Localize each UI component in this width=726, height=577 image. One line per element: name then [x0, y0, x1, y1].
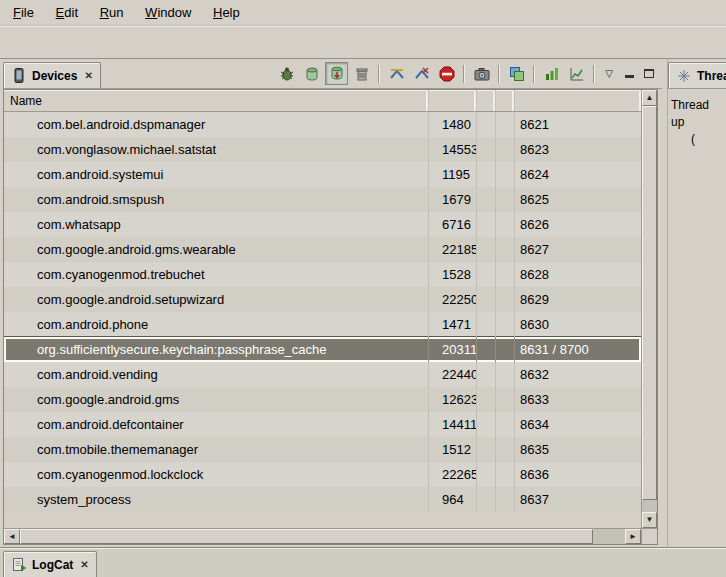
debug-icon — [279, 66, 295, 82]
cell-spacer-1 — [477, 187, 496, 212]
view-menu-button[interactable]: ▽ — [600, 65, 618, 83]
debug-process-button[interactable] — [275, 62, 298, 85]
arrow-up-icon: ▲ — [646, 94, 654, 102]
cell-pid: 1195 — [429, 162, 477, 187]
column-header-port[interactable] — [515, 90, 641, 111]
cell-spacer-2 — [496, 487, 515, 512]
table-row[interactable]: com.cyanogenmod.lockclock 22265 8636 — [4, 462, 641, 487]
cell-spacer-1 — [477, 312, 496, 337]
table-row[interactable]: com.android.vending 22440 8632 — [4, 362, 641, 387]
vertical-scrollbar-track[interactable] — [642, 500, 657, 512]
bar-chart-icon — [544, 66, 560, 82]
system-stats-button[interactable] — [565, 62, 588, 85]
device-table-body: com.bel.android.dspmanager 1480 8621 com… — [4, 112, 641, 528]
cell-process-name: com.google.android.gms.wearable — [4, 237, 429, 262]
screen-capture-button[interactable] — [470, 62, 493, 85]
table-row[interactable]: system_process 964 8637 — [4, 487, 641, 512]
stop-process-button[interactable] — [435, 62, 458, 85]
column-header-pid[interactable] — [429, 90, 477, 111]
table-row[interactable]: com.google.android.gms.wearable 22185 86… — [4, 237, 641, 262]
device-table-columns: Name com.bel.android.dspmanager 1480 862… — [4, 90, 641, 528]
cell-pid: 22265 — [429, 462, 477, 487]
menu-edit[interactable]: Edit — [47, 0, 87, 25]
cause-gc-button[interactable] — [350, 62, 373, 85]
logcat-icon — [11, 557, 27, 573]
method-profiling-button[interactable] — [540, 62, 563, 85]
table-row[interactable]: com.android.phone 1471 8630 — [4, 312, 641, 337]
minimize-icon — [625, 75, 634, 78]
toolbar-separator — [498, 65, 500, 83]
menu-file[interactable]: File — [4, 0, 43, 25]
cell-process-name: com.cyanogenmod.trebuchet — [4, 262, 429, 287]
cell-process-name: com.whatsapp — [4, 212, 429, 237]
cell-spacer-2 — [496, 437, 515, 462]
column-header-spacer-1[interactable] — [477, 90, 496, 111]
menu-window[interactable]: Window — [136, 0, 200, 25]
table-row[interactable]: com.cyanogenmod.trebuchet 1528 8628 — [4, 262, 641, 287]
horizontal-scrollbar-track[interactable] — [593, 529, 625, 544]
scroll-left-button[interactable]: ◄ — [4, 529, 20, 544]
tab-threads[interactable]: Threa — [668, 62, 726, 88]
cell-pid: 14411 — [429, 412, 477, 437]
scroll-right-button[interactable]: ► — [625, 529, 641, 544]
arrow-right-icon: ► — [629, 533, 637, 541]
minimize-button[interactable] — [620, 65, 638, 83]
close-icon[interactable]: ✕ — [78, 559, 88, 570]
cell-port: 8631 / 8700 — [515, 337, 641, 362]
table-row[interactable]: com.tmobile.thememanager 1512 8635 — [4, 437, 641, 462]
tab-devices[interactable]: Devices ✕ — [3, 62, 101, 88]
cell-spacer-2 — [496, 162, 515, 187]
horizontal-scrollbar[interactable]: ◄ ► — [4, 529, 641, 544]
device-table-header: Name — [4, 90, 641, 112]
main-toolbar — [0, 26, 726, 59]
table-row[interactable]: com.android.defcontainer 14411 8634 — [4, 412, 641, 437]
cell-process-name: com.android.phone — [4, 312, 429, 337]
table-row[interactable]: com.bel.android.dspmanager 1480 8621 — [4, 112, 641, 137]
devices-panel-header: Devices ✕ — [3, 59, 662, 89]
dump-hprof-icon — [329, 66, 345, 82]
tab-logcat-label: LogCat — [32, 558, 73, 572]
table-row[interactable]: com.google.android.setupwizard 22250 862… — [4, 287, 641, 312]
vertical-scrollbar-thumb[interactable] — [642, 106, 657, 500]
dump-hprof-button[interactable] — [325, 62, 348, 85]
table-row[interactable]: com.android.systemui 1195 8624 — [4, 162, 641, 187]
cell-process-name: com.vonglasow.michael.satstat — [4, 137, 429, 162]
scroll-up-button[interactable]: ▲ — [642, 90, 657, 106]
cell-spacer-1 — [477, 162, 496, 187]
tab-threads-label: Threa — [697, 69, 726, 83]
cell-spacer-1 — [477, 487, 496, 512]
cell-process-name: com.bel.android.dspmanager — [4, 112, 429, 137]
maximize-icon — [644, 69, 654, 78]
vertical-scrollbar[interactable]: ▲ ▼ — [641, 90, 657, 528]
scroll-down-button[interactable]: ▼ — [642, 512, 657, 528]
tab-logcat[interactable]: LogCat ✕ — [3, 551, 97, 577]
cell-spacer-2 — [496, 412, 515, 437]
toolbar-separator — [593, 65, 595, 83]
close-icon[interactable]: ✕ — [82, 70, 92, 81]
cell-spacer-1 — [477, 412, 496, 437]
cell-spacer-1 — [477, 337, 496, 362]
cell-spacer-2 — [496, 362, 515, 387]
cell-spacer-1 — [477, 137, 496, 162]
table-row[interactable]: com.android.smspush 1679 8625 — [4, 187, 641, 212]
menu-run[interactable]: Run — [91, 0, 133, 25]
table-row[interactable]: com.vonglasow.michael.satstat 14553 8623 — [4, 137, 641, 162]
update-threads-button[interactable] — [385, 62, 408, 85]
update-heap-button[interactable] — [300, 62, 323, 85]
menu-help[interactable]: Help — [204, 0, 249, 25]
cell-spacer-1 — [477, 262, 496, 287]
cell-pid: 20311 — [429, 337, 477, 362]
cell-port: 8629 — [515, 287, 641, 312]
horizontal-scrollbar-thumb[interactable] — [20, 529, 593, 544]
maximize-button[interactable] — [640, 65, 658, 83]
view-hierarchy-button[interactable] — [505, 62, 528, 85]
cell-process-name: com.google.android.setupwizard — [4, 287, 429, 312]
table-row[interactable]: com.google.android.gms 12623 8633 — [4, 387, 641, 412]
column-header-name[interactable]: Name — [4, 90, 429, 111]
cell-process-name: com.cyanogenmod.lockclock — [4, 462, 429, 487]
profile-threads-button[interactable] — [410, 62, 433, 85]
column-header-spacer-2[interactable] — [496, 90, 515, 111]
table-row[interactable]: org.sufficientlysecure.keychain:passphra… — [4, 337, 641, 362]
cell-port: 8621 — [515, 112, 641, 137]
table-row[interactable]: com.whatsapp 6716 8626 — [4, 212, 641, 237]
